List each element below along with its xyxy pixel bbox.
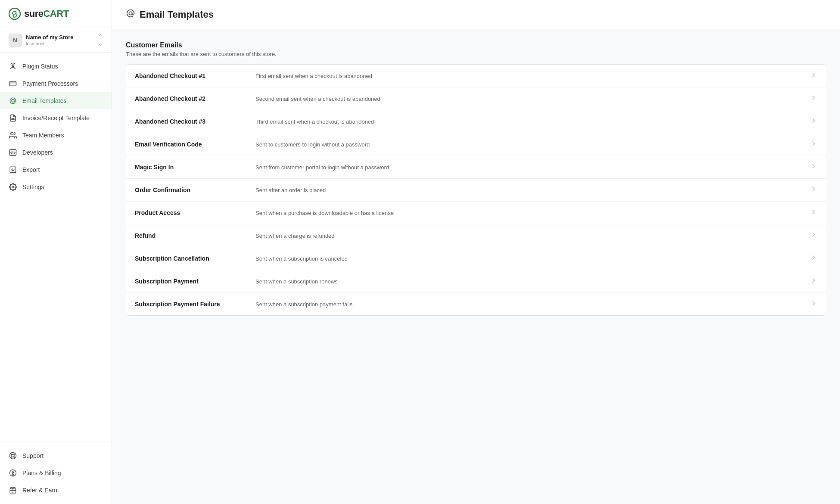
email-template-description: Sent after an order is placed: [255, 187, 805, 193]
doc-icon: [9, 114, 17, 122]
sidebar-item-settings-label: Settings: [22, 184, 44, 190]
email-template-description: Sent when a charge is refunded: [255, 233, 805, 239]
sidebar-bottom: Support Plans & Billing: [0, 442, 112, 504]
store-info: Name of my Store localhost: [26, 34, 98, 47]
email-template-row[interactable]: Magic Sign In Sent from customer portal …: [126, 156, 826, 179]
sidebar-item-developers-label: Developers: [22, 149, 53, 156]
email-template-row[interactable]: Subscription Cancellation Sent when a su…: [126, 247, 826, 270]
chevron-right-icon: [810, 163, 817, 171]
chevron-right-icon: [810, 72, 817, 80]
email-template-name: Product Access: [135, 209, 255, 216]
lifesaver-icon: [9, 451, 17, 460]
chevron-right-icon: [810, 117, 817, 126]
chevron-right-icon: [810, 254, 817, 263]
chevron-right-icon: [810, 277, 817, 286]
sidebar-item-refer-earn-label: Refer & Earn: [22, 487, 57, 494]
wifi-icon: [9, 62, 17, 71]
sidebar-item-refer-earn[interactable]: Refer & Earn: [0, 482, 112, 499]
sidebar-item-support[interactable]: Support: [0, 447, 112, 464]
sidebar-item-plans-billing-label: Plans & Billing: [22, 470, 61, 476]
store-name: Name of my Store: [26, 34, 98, 41]
export-icon: [9, 165, 17, 174]
chevron-right-icon: [810, 208, 817, 217]
sidebar-item-settings[interactable]: Settings: [0, 178, 112, 196]
email-template-description: Sent from customer portal to login witho…: [255, 164, 805, 171]
email-templates-list: Abandoned Checkout #1 First email sent w…: [126, 64, 826, 316]
email-template-name: Subscription Payment Failure: [135, 301, 255, 308]
sidebar-item-team-members-label: Team Members: [22, 132, 64, 139]
dollar-icon: [9, 469, 17, 477]
email-template-description: Sent to customers to login without a pas…: [255, 141, 805, 148]
email-template-row[interactable]: Order Confirmation Sent after an order i…: [126, 179, 826, 202]
email-template-row[interactable]: Email Verification Code Sent to customer…: [126, 133, 826, 156]
sidebar-item-invoice-template-label: Invoice/Receipt Template: [22, 115, 90, 121]
people-icon: [9, 131, 17, 140]
chevron-right-icon: [810, 140, 817, 149]
email-template-row[interactable]: Subscription Payment Failure Sent when a…: [126, 293, 826, 315]
sidebar-item-plans-billing[interactable]: Plans & Billing: [0, 464, 112, 482]
svg-line-15: [14, 457, 15, 458]
surecart-logo-icon: [9, 8, 21, 20]
svg-point-11: [12, 186, 14, 188]
gift-icon: [9, 486, 17, 495]
email-template-row[interactable]: Abandoned Checkout #1 First email sent w…: [126, 65, 826, 87]
email-template-description: Sent when a subscription is canceled: [255, 255, 805, 262]
sidebar-item-plugin-status-label: Plugin Status: [22, 63, 58, 70]
main-content: Email Templates Customer Emails These ar…: [112, 0, 840, 504]
email-template-description: Third email sent when a checkout is aban…: [255, 118, 805, 125]
page-title: Email Templates: [140, 9, 214, 20]
svg-point-22: [129, 12, 132, 15]
chevron-right-icon: [810, 231, 817, 240]
logo-area: sureCART: [0, 0, 112, 28]
section-title: Customer Emails: [126, 41, 826, 49]
store-url: localhost: [26, 41, 98, 46]
sidebar-item-payment-processors[interactable]: Payment Processors: [0, 75, 112, 92]
email-template-name: Refund: [135, 232, 255, 239]
logo-text: sureCART: [24, 8, 69, 19]
sidebar-item-team-members[interactable]: Team Members: [0, 127, 112, 144]
email-template-name: Abandoned Checkout #2: [135, 95, 255, 102]
svg-point-4: [12, 100, 14, 102]
chevron-right-icon: [810, 300, 817, 308]
sidebar-item-export[interactable]: Export: [0, 161, 112, 178]
email-template-name: Subscription Cancellation: [135, 255, 255, 262]
email-template-description: Sent when a subscription renews: [255, 278, 805, 285]
at-icon: [9, 96, 17, 105]
svg-line-17: [11, 457, 12, 458]
sidebar-item-plugin-status[interactable]: Plugin Status: [0, 58, 112, 75]
sidebar-item-developers[interactable]: Developers: [0, 144, 112, 161]
email-template-name: Subscription Payment: [135, 278, 255, 285]
email-template-name: Email Verification Code: [135, 141, 255, 148]
email-template-row[interactable]: Product Access Sent when a purchase is d…: [126, 202, 826, 224]
card-icon: [9, 79, 17, 88]
svg-rect-2: [10, 81, 16, 86]
email-template-description: Second email sent when a checkout is aba…: [255, 96, 805, 102]
content-area: Customer Emails These are the emails tha…: [112, 29, 840, 328]
sidebar-item-invoice-template[interactable]: Invoice/Receipt Template: [0, 109, 112, 127]
email-template-row[interactable]: Abandoned Checkout #3 Third email sent w…: [126, 110, 826, 133]
email-template-description: Sent when a purchase is downloadable or …: [255, 210, 805, 216]
sidebar-item-support-label: Support: [22, 452, 44, 459]
sidebar: sureCART N Name of my Store localhost ⌃⌄…: [0, 0, 112, 504]
sidebar-nav: Plugin Status Payment Processors Email T…: [0, 53, 112, 442]
sidebar-item-export-label: Export: [22, 166, 40, 173]
email-template-row[interactable]: Abandoned Checkout #2 Second email sent …: [126, 87, 826, 110]
store-switcher[interactable]: N Name of my Store localhost ⌃⌄: [0, 28, 112, 53]
email-template-name: Abandoned Checkout #1: [135, 72, 255, 79]
sidebar-item-payment-processors-label: Payment Processors: [22, 80, 78, 87]
page-header-icon: [126, 9, 135, 20]
svg-point-7: [11, 132, 13, 135]
svg-line-14: [11, 454, 12, 455]
email-template-name: Magic Sign In: [135, 164, 255, 171]
email-template-name: Abandoned Checkout #3: [135, 118, 255, 125]
sidebar-item-email-templates-label: Email Templates: [22, 97, 66, 104]
chevron-right-icon: [810, 94, 817, 103]
code-icon: [9, 148, 17, 157]
chevron-right-icon: [810, 186, 817, 194]
email-template-row[interactable]: Subscription Payment Sent when a subscri…: [126, 270, 826, 293]
gear-icon: [9, 183, 17, 191]
sidebar-item-email-templates[interactable]: Email Templates: [0, 92, 112, 109]
email-template-row[interactable]: Refund Sent when a charge is refunded: [126, 224, 826, 247]
section-subtitle: These are the emails that are sent to cu…: [126, 51, 826, 57]
store-avatar: N: [9, 34, 22, 47]
